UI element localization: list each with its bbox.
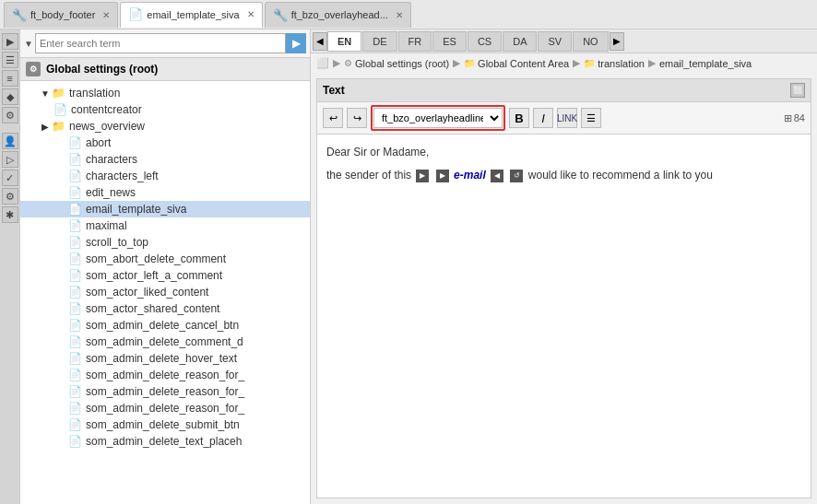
tree-item-som-admin-delete-cancel-btn[interactable]: 📄 som_admin_delete_cancel_btn: [20, 317, 310, 334]
tree-item-email-template-siva[interactable]: 📄 email_template_siva: [20, 201, 310, 217]
lang-tab-no[interactable]: NO: [573, 31, 609, 52]
file-icon-maximal: 📄: [68, 219, 82, 232]
editor-toolbar: ↩ ↪ ft_bzo_overlayheadline B I: [317, 102, 811, 135]
tree-item-som-admin-delete-reason-for-3[interactable]: 📄 som_admin_delete_reason_for_: [20, 400, 310, 416]
tab-close-ft-bzo-overlayhead[interactable]: ✕: [396, 10, 403, 20]
tree-label-news-overview: news_overview: [69, 120, 145, 133]
list-button[interactable]: ☰: [581, 108, 601, 128]
left-icon-star[interactable]: ✱: [2, 206, 18, 223]
lang-tab-de[interactable]: DE: [362, 31, 397, 52]
search-input[interactable]: [35, 33, 286, 53]
editor-line-2: the sender of this ▶ ▶ e-mail ◀ ↺ would …: [326, 167, 801, 184]
left-icon-diamond[interactable]: ◆: [2, 88, 18, 105]
left-icon-list[interactable]: ≡: [2, 70, 18, 87]
left-icon-arrow[interactable]: ▶: [2, 33, 18, 50]
undo-icon: ↩: [329, 112, 337, 124]
link-button[interactable]: LINK: [557, 108, 577, 128]
tree-item-som-admin-delete-comment-d[interactable]: 📄 som_admin_delete_comment_d: [20, 334, 310, 350]
file-icon-abort: 📄: [68, 136, 82, 149]
toggle-news-overview[interactable]: ▶: [39, 120, 52, 133]
left-icon-settings[interactable]: ⚙: [2, 188, 18, 205]
tab-ft-bzo-overlayhead[interactable]: 🔧 ft_bzo_overlayhead... ✕: [265, 2, 411, 28]
lang-tab-en-label: EN: [337, 36, 351, 47]
lang-nav-next[interactable]: ▶: [610, 32, 624, 51]
file-icon-email-template-siva: 📄: [68, 203, 82, 216]
bold-button[interactable]: B: [509, 108, 529, 128]
tab-label-ft-body-footer: ft_body_footer: [30, 9, 95, 20]
tab-close-email-template-siva[interactable]: ✕: [247, 9, 255, 19]
file-icon-som-admin-delete-reason-for-2: 📄: [68, 385, 82, 398]
editor-content[interactable]: Dear Sir or Madame, the sender of this ▶…: [317, 135, 811, 498]
left-icon-play[interactable]: ▷: [2, 151, 18, 168]
style-dropdown-wrapper: ft_bzo_overlayheadline: [371, 105, 505, 131]
breadcrumb-home-icon: ⬜: [316, 57, 329, 69]
global-settings-header: ⚙ Global settings (root): [20, 58, 310, 81]
tab-label-ft-bzo-overlayhead: ft_bzo_overlayhead...: [291, 9, 388, 20]
tree-item-scroll-to-top[interactable]: 📄 scroll_to_top: [20, 234, 310, 251]
tree-item-som-actor-shared-content[interactable]: 📄 som_actor_shared_content: [20, 300, 310, 317]
left-icon-user[interactable]: 👤: [2, 133, 18, 149]
tab-close-ft-body-footer[interactable]: ✕: [102, 10, 110, 20]
left-icon-menu[interactable]: ☰: [2, 52, 18, 68]
tree-item-som-actor-left-a-comment[interactable]: 📄 som_actor_left_a_comment: [20, 267, 310, 284]
right-content: ◀ EN DE FR ES CS DA: [311, 29, 817, 504]
redo-button[interactable]: ↪: [347, 108, 367, 128]
editor-header-right: ⬜: [790, 83, 805, 98]
file-icon-som-admin-delete-reason-for-3: 📄: [68, 402, 82, 415]
tree-item-characters-left[interactable]: 📄 characters_left: [20, 168, 310, 184]
breadcrumb-item-4: email_template_siva: [659, 58, 752, 69]
tree-item-som-admin-delete-reason-for-1[interactable]: 📄 som_admin_delete_reason_for_: [20, 367, 310, 383]
tree-item-news-overview[interactable]: ▶ 📁 news_overview: [20, 118, 310, 135]
redo-icon: ↪: [353, 112, 361, 124]
left-icon-gear[interactable]: ⚙: [2, 107, 18, 123]
lang-tab-fr[interactable]: FR: [398, 31, 432, 52]
editor-panel: Text ⬜ ↩ ↪ ft_bzo_overlayheadlin: [316, 78, 811, 498]
tree-item-som-admin-delete-submit-btn[interactable]: 📄 som_admin_delete_submit_btn: [20, 416, 310, 433]
tree-label-contentcreator: contentcreator: [71, 103, 142, 116]
editor-header: Text ⬜: [317, 79, 811, 102]
tree-item-edit-news[interactable]: 📄 edit_news: [20, 184, 310, 201]
search-dropdown-icon: ▼: [24, 39, 33, 49]
tree-item-contentcreator[interactable]: 📄 contentcreator: [20, 101, 310, 118]
folder-icon-translation: 📁: [52, 87, 65, 100]
tree-item-som-abort-delete-comment[interactable]: 📄 som_abort_delete_comment: [20, 251, 310, 267]
search-button[interactable]: ▶: [286, 33, 306, 53]
tree-label-som-abort-delete-comment: som_abort_delete_comment: [86, 252, 226, 265]
left-icons-strip: ▶ ☰ ≡ ◆ ⚙ 👤 ▷ ✓ ⚙ ✱: [0, 29, 20, 504]
lang-tab-cs[interactable]: CS: [468, 31, 502, 52]
tree-label-characters: characters: [86, 153, 137, 166]
left-icon-check[interactable]: ✓: [2, 170, 18, 186]
file-icon-som-actor-shared-content: 📄: [68, 302, 82, 315]
file-icon-characters-left: 📄: [68, 170, 82, 182]
lang-nav-prev[interactable]: ◀: [313, 32, 327, 51]
bold-icon: B: [515, 111, 523, 125]
tab-email-template-siva[interactable]: 📄 email_template_siva ✕: [120, 2, 262, 28]
tree-item-characters[interactable]: 📄 characters: [20, 151, 310, 168]
tree-item-abort[interactable]: 📄 abort: [20, 135, 310, 151]
maximize-button[interactable]: ⬜: [790, 83, 805, 98]
tree-label-scroll-to-top: scroll_to_top: [86, 236, 148, 249]
italic-button[interactable]: I: [533, 108, 553, 128]
breadcrumb: ⬜ ▶ ⚙ Global settings (root) ▶ 📁 Global …: [311, 53, 817, 73]
tree-item-maximal[interactable]: 📄 maximal: [20, 217, 310, 234]
tree-item-som-actor-liked-content[interactable]: 📄 som_actor_liked_content: [20, 284, 310, 300]
tree-label-som-admin-delete-reason-for-3: som_admin_delete_reason_for_: [86, 402, 244, 415]
tree-item-som-admin-delete-text-placeh[interactable]: 📄 som_admin_delete_text_placeh: [20, 433, 310, 450]
tree-item-som-admin-delete-hover-text[interactable]: 📄 som_admin_delete_hover_text: [20, 350, 310, 367]
undo-button[interactable]: ↩: [323, 108, 343, 128]
lang-tab-en[interactable]: EN: [327, 31, 361, 52]
email-link[interactable]: e-mail: [454, 169, 486, 182]
lang-tab-da[interactable]: DA: [503, 31, 537, 52]
breadcrumb-item-1-label: Global settings (root): [355, 58, 449, 69]
tree-label-som-admin-delete-comment-d: som_admin_delete_comment_d: [86, 335, 243, 348]
tab-ft-body-footer[interactable]: 🔧 ft_body_footer ✕: [4, 2, 118, 28]
toggle-translation[interactable]: ▼: [39, 87, 52, 100]
lang-tab-es[interactable]: ES: [432, 31, 467, 52]
tree-label-translation: translation: [69, 87, 120, 100]
tree-item-translation[interactable]: ▼ 📁 translation: [20, 85, 310, 101]
tree-item-som-admin-delete-reason-for-2[interactable]: 📄 som_admin_delete_reason_for_: [20, 383, 310, 400]
tree-label-characters-left: characters_left: [86, 170, 159, 182]
style-dropdown[interactable]: ft_bzo_overlayheadline: [373, 108, 503, 128]
breadcrumb-item-3: 📁 translation: [584, 58, 645, 69]
lang-tab-sv[interactable]: SV: [538, 31, 572, 52]
